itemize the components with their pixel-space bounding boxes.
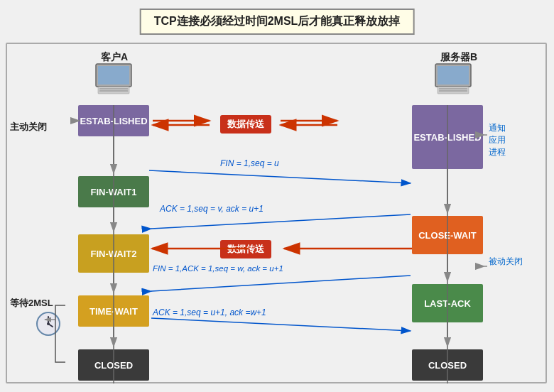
client-computer-icon xyxy=(92,62,135,98)
wait-2msl-label: 等待2MSL xyxy=(10,297,53,310)
svg-rect-6 xyxy=(99,90,128,92)
clock-icon xyxy=(36,311,61,337)
svg-rect-13 xyxy=(439,90,467,92)
finwait1-box: FIN-WAIT1 xyxy=(78,176,149,207)
title-text: TCP连接必须经过时间2MSL后才能真正释放放掉 xyxy=(154,15,401,27)
closewait-box: CLOSE-WAIT xyxy=(412,216,483,254)
finwait2-box: FIN-WAIT2 xyxy=(78,234,149,273)
notify-app-label: 通知应用进程 xyxy=(489,122,506,158)
closed-right-box: CLOSED xyxy=(412,349,483,381)
estab-right-box: ESTAB-LISHED xyxy=(412,105,483,169)
svg-rect-8 xyxy=(438,66,469,85)
data-transfer-1: 数据传送 xyxy=(220,115,271,134)
server-computer-icon xyxy=(432,62,474,98)
svg-rect-12 xyxy=(439,88,467,89)
passive-close-label: 被动关闭 xyxy=(489,256,523,268)
svg-rect-5 xyxy=(99,88,128,89)
lastack-box: LAST-ACK xyxy=(412,284,483,322)
closed-left-box: CLOSED xyxy=(78,349,149,381)
data-transfer-2: 数据传送 xyxy=(220,240,271,258)
estab-left-box: ESTAB-LISHED xyxy=(78,105,149,136)
active-close-label: 主动关闭 xyxy=(10,121,47,134)
timewait-box: TIME-WAIT xyxy=(78,295,149,327)
svg-rect-1 xyxy=(98,66,129,85)
title-box: TCP连接必须经过时间2MSL后才能真正释放放掉 xyxy=(140,9,415,35)
svg-point-17 xyxy=(47,322,50,325)
